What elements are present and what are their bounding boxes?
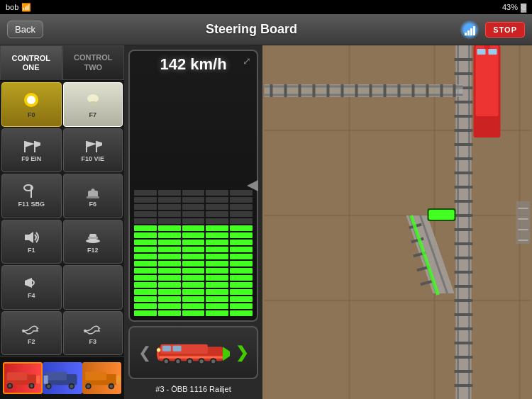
loco-thumb-orange-svg <box>82 365 121 392</box>
svg-rect-3 <box>90 101 96 106</box>
svg-rect-120 <box>476 45 499 116</box>
func-btn-F10[interactable]: F10 VIE <box>63 128 123 173</box>
speed-bar-12 <box>134 232 253 238</box>
nav-right: STOP <box>460 20 525 40</box>
loco-prev-button[interactable]: ❮ <box>135 341 154 365</box>
func-btn-F12[interactable]: F12 <box>63 220 123 264</box>
func-label-F11: F11 SBG <box>18 201 45 208</box>
cabin-light-icon <box>83 90 103 110</box>
wifi-icon-status: 📶 <box>21 3 31 12</box>
func-btn-empty <box>63 265 123 310</box>
func-btn-F1[interactable]: F1 <box>1 220 62 264</box>
svg-point-49 <box>176 359 179 363</box>
loco-selector: ❮ <box>128 326 258 379</box>
speed-bar-4 <box>134 289 253 295</box>
speed-bar-17 <box>134 197 253 203</box>
tab-control-one[interactable]: CONTROLONE <box>0 45 62 80</box>
horn2-icon <box>84 321 102 337</box>
control-tabs: CONTROLONE CONTROLTWO <box>0 45 124 81</box>
tab-two-label: CONTROLTWO <box>74 53 112 72</box>
func-label-F6: F6 <box>89 201 96 208</box>
nav-title: Steering Board <box>206 22 297 37</box>
func-btn-F9[interactable]: F9 EIN <box>1 128 62 173</box>
back-button[interactable]: Back <box>7 21 43 38</box>
svg-point-30 <box>47 384 50 388</box>
svg-point-47 <box>165 359 168 363</box>
svg-rect-26 <box>36 375 40 383</box>
loco-thumb-3[interactable] <box>82 362 121 394</box>
svg-point-55 <box>211 359 215 363</box>
svg-rect-44 <box>173 346 182 352</box>
speed-bar-9 <box>134 254 253 259</box>
loco-thumb-red-svg <box>4 365 41 392</box>
func-btn-F4[interactable]: F4 <box>1 265 62 310</box>
right-panel <box>262 45 532 399</box>
status-right: 43% ▓ <box>502 3 526 11</box>
loco-thumb-1[interactable] <box>3 362 43 394</box>
svg-marker-11 <box>96 141 102 147</box>
headlight-icon <box>21 90 41 110</box>
svg-point-56 <box>157 348 160 352</box>
function-grid: F0 F7 F9 EIN <box>0 81 124 356</box>
speed-meter: ⤢ 142 km/h <box>128 50 258 322</box>
trumpet-icon <box>22 321 40 337</box>
svg-rect-121 <box>477 49 486 55</box>
svg-rect-35 <box>85 371 106 380</box>
svg-marker-7 <box>35 141 40 147</box>
svg-point-23 <box>9 384 12 388</box>
speed-bar-5 <box>134 282 253 288</box>
left-panel: CONTROLONE CONTROLTWO F0 <box>0 45 124 399</box>
func-label-F2: F2 <box>28 338 35 345</box>
svg-point-51 <box>188 359 192 363</box>
speaker-icon <box>22 230 40 245</box>
weight-icon <box>84 184 102 199</box>
main-content: CONTROLONE CONTROLTWO F0 <box>0 45 532 399</box>
func-label-F0: F0 <box>28 111 35 118</box>
svg-marker-9 <box>87 141 96 147</box>
speed-display: 142 km/h <box>160 55 226 74</box>
loco-name-bar: #3 - ÖBB 1116 Railjet <box>128 383 258 395</box>
svg-point-53 <box>199 359 203 363</box>
stop-button[interactable]: STOP <box>485 22 525 38</box>
svg-rect-15 <box>87 196 99 198</box>
func-label-F10: F10 VIE <box>81 155 104 162</box>
expand-icon[interactable]: ⤢ <box>243 55 251 67</box>
status-user: bob <box>6 3 18 11</box>
func-label-F7: F7 <box>89 111 96 118</box>
func-label-F12: F12 <box>87 247 99 254</box>
svg-rect-123 <box>484 45 490 49</box>
speed-bar-13 <box>134 225 253 231</box>
func-btn-F2[interactable]: F2 <box>1 311 62 356</box>
loco-next-button[interactable]: ❯ <box>233 341 251 365</box>
svg-rect-40 <box>116 375 120 383</box>
svg-rect-125 <box>429 210 455 220</box>
tab-control-two[interactable]: CONTROLTWO <box>62 45 125 80</box>
status-left: bob 📶 <box>6 3 31 12</box>
axe-icon <box>22 184 40 199</box>
speed-bar-8 <box>134 261 253 266</box>
wifi-signal-icon <box>460 20 480 40</box>
func-btn-F0[interactable]: F0 <box>1 82 62 127</box>
speed-bar-2 <box>134 303 253 309</box>
loco-thumb-2[interactable] <box>43 362 82 394</box>
func-btn-F7[interactable]: F7 <box>63 82 123 127</box>
svg-rect-28 <box>45 371 67 380</box>
func-label-F3: F3 <box>89 338 96 345</box>
func-btn-F11[interactable]: F11 SBG <box>1 174 62 218</box>
speed-bar-3 <box>134 296 253 302</box>
func-btn-F3[interactable]: F3 <box>63 311 123 356</box>
func-label-F1: F1 <box>28 247 35 254</box>
speed-bar-7 <box>134 268 253 274</box>
center-panel: ⤢ 142 km/h <box>124 45 262 399</box>
status-bar: bob 📶 43% ▓ <box>0 0 532 14</box>
speed-bar-11 <box>134 240 253 245</box>
svg-point-37 <box>87 384 90 388</box>
func-btn-F6[interactable]: F6 <box>63 174 123 218</box>
func-label-F4: F4 <box>28 292 35 299</box>
current-loco-svg <box>157 333 230 372</box>
flag-vie-icon <box>84 138 102 154</box>
svg-point-32 <box>70 384 74 388</box>
wifi-signal-bars <box>465 24 475 35</box>
loco-thumb-blue-svg <box>43 365 82 392</box>
flag-ein-icon <box>22 138 40 154</box>
